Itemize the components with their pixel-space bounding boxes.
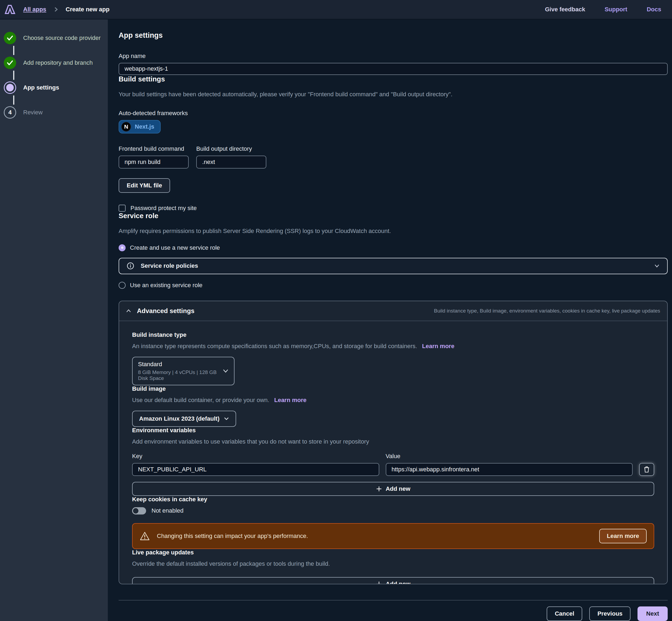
env-value-input[interactable] [386, 463, 633, 476]
warning-icon [140, 532, 150, 541]
trash-icon [643, 466, 650, 473]
build-instance-specs: 8 GiB Memory | 4 vCPUs | 128 GB Disk Spa… [138, 369, 223, 381]
info-icon [127, 262, 134, 270]
step-choose-source-provider[interactable]: Choose source code provider [4, 32, 102, 44]
step-app-settings-current[interactable]: App settings [4, 81, 102, 94]
main-content: App settings App name Build settings You… [108, 19, 672, 621]
nextjs-badge-label: Next.js [135, 123, 154, 130]
build-instance-selected-value: Standard [138, 361, 223, 368]
env-key-input[interactable] [132, 463, 379, 476]
keep-cookies-toggle[interactable] [132, 507, 146, 514]
chevron-down-icon [654, 264, 660, 268]
keep-cookies-title: Keep cookies in cache key [132, 496, 654, 503]
create-new-app-page: All apps Create new app Give feedback Su… [0, 0, 672, 621]
live-package-updates-title: Live package updates [132, 549, 654, 556]
app-name-input[interactable] [119, 63, 668, 75]
chevron-down-icon [224, 417, 229, 420]
build-output-directory-input[interactable] [196, 156, 266, 169]
new-service-role-radio-row[interactable]: Create and use a new service role [119, 244, 668, 251]
existing-service-role-label: Use an existing service role [130, 282, 203, 289]
service-role-policies-label: Service role policies [141, 262, 198, 270]
add-live-package-label: Add new [386, 581, 410, 584]
environment-variables-title: Environment variables [132, 427, 654, 434]
edit-yml-file-button[interactable]: Edit YML file [119, 178, 170, 193]
plus-icon [376, 581, 382, 584]
add-env-var-label: Add new [386, 485, 410, 492]
advanced-settings-summary: Build instance type, Build image, enviro… [434, 308, 660, 314]
step-1-check-icon [4, 32, 16, 44]
step-connector [13, 46, 14, 55]
warning-message: Changing this setting can impact your ap… [157, 533, 308, 540]
page-title: App settings [119, 31, 668, 40]
caret-up-icon [126, 309, 131, 313]
wizard-footer: Cancel Previous Next [119, 600, 668, 621]
env-key-label: Key [132, 453, 379, 460]
delete-env-var-button[interactable] [639, 463, 654, 476]
next-button[interactable]: Next [637, 607, 668, 621]
env-value-label: Value [386, 453, 633, 460]
amplify-logo-icon[interactable] [4, 4, 16, 14]
new-service-role-label: Create and use a new service role [130, 244, 220, 251]
frontend-build-command-label: Frontend build command [119, 146, 189, 152]
build-settings-description: Your build settings have been detected a… [119, 91, 668, 98]
auto-detected-frameworks-label: Auto-detected frameworks [119, 110, 668, 117]
environment-variables-description: Add environment variables to use variabl… [132, 438, 654, 445]
live-package-updates-description: Override the default installed versions … [132, 560, 654, 567]
build-image-title: Build image [132, 385, 654, 392]
build-instance-type-description: An instance type represents compute spec… [132, 343, 417, 349]
give-feedback-link[interactable]: Give feedback [545, 6, 585, 13]
topbar-links: Give feedback Support Docs [545, 6, 661, 13]
app-name-label: App name [119, 52, 668, 59]
build-output-directory-label: Build output directory [196, 146, 266, 152]
step-2-label: Add repository and branch [23, 59, 93, 66]
nextjs-logo-icon: N [121, 122, 131, 132]
frontend-build-command-input[interactable] [119, 156, 189, 169]
build-image-learn-more-link[interactable]: Learn more [274, 397, 307, 403]
service-role-title: Service role [119, 212, 668, 220]
step-connector [13, 95, 14, 105]
add-env-var-button[interactable]: Add new [132, 482, 654, 496]
performance-warning-banner: Changing this setting can impact your ap… [132, 523, 654, 549]
existing-service-role-radio[interactable] [119, 282, 126, 289]
cancel-button[interactable]: Cancel [547, 607, 582, 621]
password-protect-checkbox[interactable] [119, 205, 126, 212]
keep-cookies-toggle-label: Not enabled [151, 507, 184, 514]
breadcrumb-current-page: Create new app [66, 6, 110, 13]
nextjs-framework-badge[interactable]: N Next.js [119, 120, 161, 133]
advanced-settings-header[interactable]: Advanced settings Build instance type, B… [119, 301, 667, 321]
build-settings-title: Build settings [119, 75, 668, 83]
top-navigation-bar: All apps Create new app Give feedback Su… [0, 0, 672, 19]
docs-link[interactable]: Docs [647, 6, 661, 13]
chevron-down-icon [223, 369, 229, 373]
build-instance-learn-more-link[interactable]: Learn more [422, 343, 454, 349]
build-image-selected-value: Amazon Linux 2023 (default) [139, 415, 219, 422]
step-review[interactable]: 4 Review [4, 106, 102, 119]
step-2-check-icon [4, 57, 16, 69]
service-role-policies-expander[interactable]: Service role policies [119, 258, 668, 274]
existing-service-role-radio-row[interactable]: Use an existing service role [119, 282, 668, 289]
build-instance-type-title: Build instance type [132, 331, 654, 338]
step-3-current-indicator [4, 81, 16, 94]
plus-icon [376, 486, 382, 492]
build-instance-type-select[interactable]: Standard 8 GiB Memory | 4 vCPUs | 128 GB… [132, 357, 234, 385]
new-service-role-radio[interactable] [119, 244, 126, 251]
service-role-description: Amplify requires permissions to publish … [119, 227, 668, 235]
step-4-label: Review [23, 109, 43, 116]
step-add-repository[interactable]: Add repository and branch [4, 57, 102, 69]
build-image-description: Use our default build container, or prov… [132, 397, 269, 403]
password-protect-label: Password protect my site [130, 205, 197, 212]
support-link[interactable]: Support [604, 6, 627, 13]
step-3-label: App settings [23, 84, 59, 91]
wizard-stepper-sidebar: Choose source code provider Add reposito… [0, 19, 108, 621]
add-live-package-button[interactable]: Add new [132, 577, 654, 584]
step-connector [13, 71, 14, 80]
advanced-settings-title: Advanced settings [137, 307, 194, 315]
build-image-select[interactable]: Amazon Linux 2023 (default) [132, 411, 236, 427]
warning-learn-more-button[interactable]: Learn more [599, 529, 647, 543]
previous-button[interactable]: Previous [589, 607, 630, 621]
step-1-label: Choose source code provider [23, 35, 100, 42]
step-4-number: 4 [4, 106, 16, 119]
breadcrumb-chevron-icon [54, 6, 58, 13]
breadcrumb-all-apps-link[interactable]: All apps [23, 6, 46, 13]
advanced-settings-card: Advanced settings Build instance type, B… [119, 301, 668, 584]
